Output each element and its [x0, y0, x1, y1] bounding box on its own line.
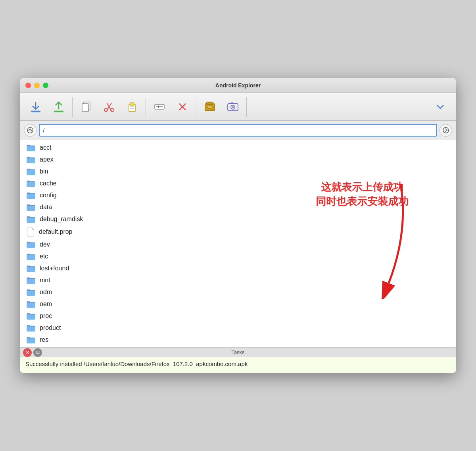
folder-icon — [26, 252, 36, 260]
file-name: data — [40, 204, 52, 211]
folder-icon — [26, 276, 36, 284]
tasks-header: ✕ ⊡ Tasks — [20, 348, 456, 357]
window-title: Android Explorer — [215, 82, 261, 89]
file-name: oem — [40, 301, 52, 308]
list-item[interactable]: lost+found — [20, 262, 456, 274]
list-item[interactable]: cache — [20, 177, 456, 189]
folder-icon — [26, 191, 36, 199]
folder-icon — [26, 144, 36, 152]
svg-rect-7 — [82, 104, 88, 112]
list-item[interactable]: mnt — [20, 274, 456, 286]
screenshot-button[interactable] — [222, 96, 244, 118]
list-item[interactable]: apex — [20, 154, 456, 166]
folder-icon — [26, 300, 36, 308]
list-item[interactable]: oem — [20, 298, 456, 310]
tasks-close-button[interactable]: ✕ — [23, 348, 32, 357]
folder-icon — [26, 203, 36, 211]
toolbar-separator-2 — [146, 97, 146, 117]
file-name: proc — [40, 312, 52, 320]
upload-button[interactable] — [48, 96, 70, 118]
folder-icon — [26, 215, 36, 223]
folder-icon — [26, 241, 36, 249]
toolbar-separator-3 — [196, 97, 196, 117]
list-item[interactable]: default.prop — [20, 225, 456, 239]
cut-button[interactable] — [98, 96, 120, 118]
toolbar — [20, 93, 456, 121]
folder-icon — [26, 264, 36, 272]
maximize-button[interactable] — [43, 83, 48, 88]
rename-button[interactable] — [148, 96, 171, 118]
folder-icon — [26, 179, 36, 187]
file-name: cache — [40, 180, 57, 187]
go-up-button[interactable] — [24, 124, 36, 137]
file-name: res — [40, 336, 48, 343]
tasks-panel: ✕ ⊡ Tasks Successfully installed /Users/… — [20, 347, 456, 373]
file-name: product — [40, 324, 61, 332]
list-item[interactable]: etc — [20, 251, 456, 262]
file-name: etc — [40, 253, 48, 260]
folder-icon — [26, 156, 36, 164]
file-name: default.prop — [39, 228, 73, 235]
main-window: Android Explorer — [20, 78, 456, 373]
list-item[interactable]: odm — [20, 286, 456, 298]
svg-point-27 — [232, 106, 234, 108]
file-area: acct apex bin — [20, 140, 456, 347]
tasks-icons: ✕ ⊡ — [23, 348, 42, 357]
folder-icon — [26, 288, 36, 296]
svg-rect-13 — [130, 103, 134, 105]
expand-button[interactable] — [429, 96, 451, 118]
download-button[interactable] — [25, 96, 47, 118]
svg-point-29 — [27, 127, 33, 133]
package-button[interactable] — [199, 96, 221, 118]
file-name: acct — [40, 144, 51, 151]
file-name: mnt — [40, 277, 50, 284]
file-name: apex — [40, 156, 54, 163]
svg-point-30 — [443, 127, 449, 133]
toolbar-separator-4 — [246, 97, 247, 117]
file-name: odm — [40, 289, 52, 296]
svg-rect-24 — [207, 106, 212, 108]
list-item[interactable]: proc — [20, 310, 456, 322]
list-item[interactable]: res — [20, 334, 456, 346]
list-item[interactable]: bin — [20, 166, 456, 177]
file-name: debug_ramdisk — [40, 216, 83, 223]
copy-button[interactable] — [75, 96, 97, 118]
file-name: dev — [40, 241, 50, 248]
list-item[interactable]: config — [20, 189, 456, 201]
file-name: bin — [40, 168, 48, 175]
list-item[interactable]: acct — [20, 142, 456, 154]
tasks-label: Tasks — [231, 349, 244, 355]
folder-icon — [26, 324, 36, 332]
tasks-copy-button[interactable]: ⊡ — [33, 348, 42, 357]
list-item[interactable]: product — [20, 322, 456, 334]
delete-button[interactable] — [171, 96, 194, 118]
file-name: config — [40, 192, 57, 199]
folder-icon — [26, 168, 36, 175]
toolbar-separator-1 — [72, 97, 73, 117]
svg-rect-28 — [231, 102, 233, 104]
navigate-button[interactable] — [440, 124, 452, 137]
folder-icon — [26, 336, 36, 344]
folder-icon — [26, 312, 36, 320]
list-item[interactable]: data — [20, 201, 456, 213]
window-controls — [25, 83, 48, 88]
file-name: lost+found — [40, 265, 69, 272]
list-item[interactable]: dev — [20, 239, 456, 251]
close-button[interactable] — [25, 83, 31, 88]
file-icon — [26, 227, 35, 237]
minimize-button[interactable] — [34, 83, 40, 88]
paste-button[interactable] — [121, 96, 143, 118]
path-input[interactable] — [39, 124, 437, 137]
titlebar: Android Explorer — [20, 78, 456, 93]
tasks-status: Successfully installed /Users/fanluo/Dow… — [20, 357, 456, 373]
address-bar — [20, 121, 456, 140]
list-item[interactable]: debug_ramdisk — [20, 213, 456, 225]
file-list[interactable]: acct apex bin — [20, 140, 456, 347]
